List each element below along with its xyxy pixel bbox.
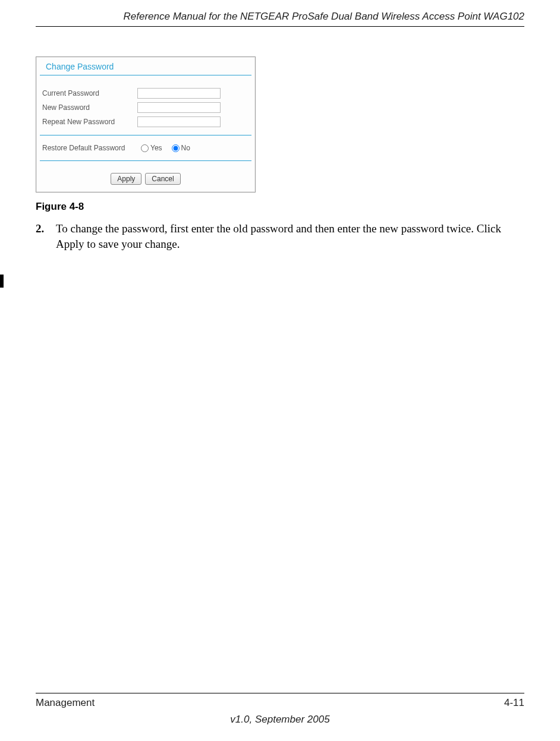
new-password-row: New Password: [36, 100, 255, 115]
restore-no-radio[interactable]: [172, 144, 180, 152]
page-header-title: Reference Manual for the NETGEAR ProSafe…: [36, 0, 524, 26]
footer-version: v1.0, September 2005: [36, 714, 524, 726]
current-password-row: Current Password: [36, 86, 255, 100]
panel-separator-1: [40, 135, 251, 135]
header-rule: [36, 26, 524, 27]
footer-rule: [36, 693, 524, 693]
restore-default-label: Restore Default Password: [42, 144, 137, 152]
panel-title: Change Password: [40, 57, 251, 75]
page-footer: Management 4-11 v1.0, September 2005: [36, 693, 524, 726]
restore-yes-option[interactable]: Yes: [141, 144, 162, 152]
restore-yes-radio[interactable]: [141, 144, 149, 152]
new-password-input[interactable]: [137, 102, 221, 113]
restore-default-row: Restore Default Password Yes No: [36, 141, 255, 154]
restore-yes-label: Yes: [150, 144, 162, 152]
footer-row: Management 4-11: [36, 697, 524, 709]
repeat-password-row: Repeat New Password: [36, 115, 255, 129]
repeat-password-label: Repeat New Password: [42, 118, 137, 126]
current-password-input[interactable]: [137, 88, 221, 99]
step-2: 2. To change the password, first enter t…: [36, 221, 524, 251]
step-number: 2.: [36, 221, 56, 251]
figure-caption: Figure 4-8: [36, 201, 524, 213]
step-text: To change the password, first enter the …: [56, 221, 524, 251]
change-bar-icon: [0, 275, 4, 288]
restore-no-option[interactable]: No: [172, 144, 190, 152]
current-password-label: Current Password: [42, 89, 137, 97]
footer-section: Management: [36, 697, 95, 709]
cancel-button[interactable]: Cancel: [145, 173, 180, 185]
restore-no-label: No: [181, 144, 190, 152]
apply-button[interactable]: Apply: [111, 173, 141, 185]
panel-button-row: Apply Cancel: [36, 167, 255, 192]
change-password-panel: Change Password Current Password New Pas…: [36, 56, 256, 193]
repeat-password-input[interactable]: [137, 116, 221, 127]
new-password-label: New Password: [42, 103, 137, 112]
footer-page-number: 4-11: [504, 697, 524, 709]
panel-separator-2: [40, 160, 251, 161]
